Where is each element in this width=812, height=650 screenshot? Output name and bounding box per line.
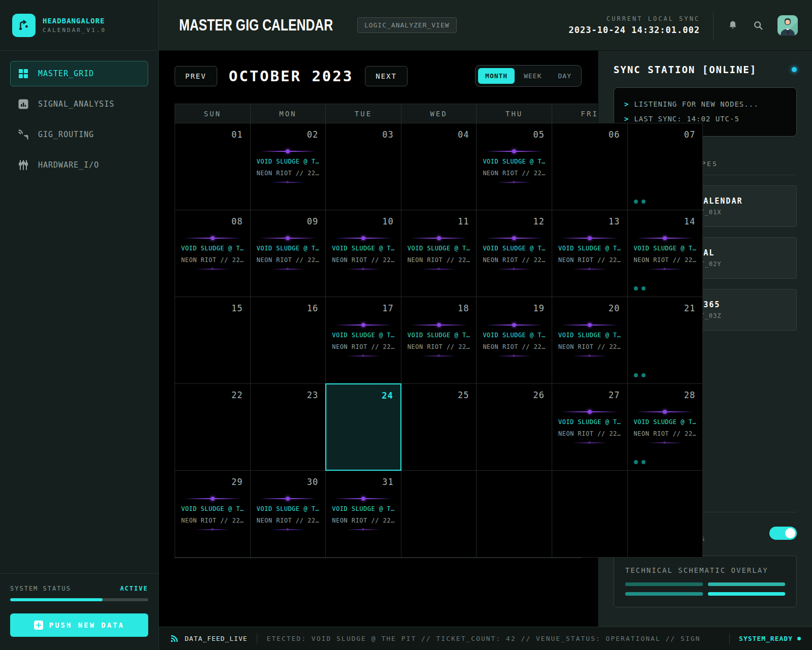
event-title: VOID SLUDGE @ T… [181,505,244,512]
event-block[interactable]: VOID SLUDGE @ T…NEON RIOT // 22… [408,324,470,356]
calendar-day-cell-04[interactable]: 04 [401,123,477,210]
event-block[interactable]: VOID SLUDGE @ T…NEON RIOT // 22… [483,324,546,356]
user-avatar[interactable] [777,15,798,36]
event-block[interactable]: VOID SLUDGE @ T…NEON RIOT // 22… [332,324,395,356]
calendar-day-cell-05[interactable]: 05VOID SLUDGE @ T…NEON RIOT // 22… [476,123,552,210]
event-block[interactable]: VOID SLUDGE @ T…NEON RIOT // 22… [408,238,470,270]
sidebar-item-signal-analysis[interactable]: SIGNAL_ANALYSIS [10,91,148,117]
event-subtitle: NEON RIOT // 22… [634,256,697,264]
signal-trace [260,151,317,152]
page-title: MASTER GIG CALENDAR [179,16,371,35]
event-subtitle: NEON RIOT // 22… [257,517,320,524]
calendar-day-cell-24[interactable]: 24 [325,383,401,471]
event-block[interactable]: VOID SLUDGE @ T…NEON RIOT // 22… [558,411,621,443]
sidebar-item-hardware-i-o[interactable]: HARDWARE_I/O [10,152,148,178]
push-new-data-button[interactable]: PUSH NEW DATA [10,613,148,637]
event-block[interactable]: VOID SLUDGE @ T…NEON RIOT // 22… [483,238,546,270]
event-title: VOID SLUDGE @ T… [332,245,395,252]
calendar-day-cell-02[interactable]: 02VOID SLUDGE @ T…NEON RIOT // 22… [250,123,326,210]
event-block[interactable]: VOID SLUDGE @ T…NEON RIOT // 22… [332,498,395,530]
calendar-day-cell-16[interactable]: 16 [250,297,326,384]
calendar-day-cell-31[interactable]: 31VOID SLUDGE @ T…NEON RIOT // 22… [325,470,401,558]
signal-trace-small [271,269,306,270]
system-status-row: SYSTEM STATUS ACTIVE [10,585,148,592]
calendar-day-cell-07[interactable]: 07 [627,123,703,210]
indicator-dot [641,460,646,464]
system-ready-status: SYSTEM_READY [739,635,793,642]
search-icon[interactable] [752,19,764,31]
calendar-day-cell-19[interactable]: 19VOID SLUDGE @ T…NEON RIOT // 22… [476,297,552,384]
calendar-day-cell-17[interactable]: 17VOID SLUDGE @ T…NEON RIOT // 22… [325,297,401,384]
calendar-day-cell-06[interactable]: 06 [552,123,628,210]
bell-icon[interactable] [727,19,739,31]
calendar-day-cell-21[interactable]: 21 [627,297,703,384]
event-block[interactable]: VOID SLUDGE @ T…NEON RIOT // 22… [483,151,546,183]
weekday-header-thu: THU [476,104,552,123]
calendar-controls: PREV OCTOBER 2023 NEXT MONTHWEEKDAY [175,65,582,87]
event-block[interactable]: VOID SLUDGE @ T…NEON RIOT // 22… [181,498,244,530]
route-icon [12,14,36,37]
calendar-day-cell-empty [401,470,477,558]
signal-trace [486,324,543,326]
event-block[interactable]: VOID SLUDGE @ T…NEON RIOT // 22… [332,238,395,270]
view-mode-month[interactable]: MONTH [478,68,515,84]
signal-trace [184,238,241,239]
calendar-day-cell-10[interactable]: 10VOID SLUDGE @ T…NEON RIOT // 22… [325,210,401,297]
calendar-day-cell-23[interactable]: 23 [250,383,326,471]
calendar-day-cell-15[interactable]: 15 [175,297,251,384]
calendar-day-cell-13[interactable]: 13VOID SLUDGE @ T…NEON RIOT // 22… [552,210,628,297]
brand: HEADBANGALORE CALENDAR_V1.0 [0,0,158,51]
weekday-header-mon: MON [250,104,326,123]
top-bar: MASTER GIG CALENDAR LOGIC_ANALYZER_VIEW … [159,0,812,51]
sidebar-item-label: MASTER_GRID [38,69,94,78]
sync-station-title: SYNC STATION [ONLINE] [614,64,757,75]
calendar-day-cell-08[interactable]: 08VOID SLUDGE @ T…NEON RIOT // 22… [175,210,251,297]
calendar-day-cell-01[interactable]: 01 [175,123,251,210]
sidebar-item-master-grid[interactable]: MASTER_GRID [10,61,148,86]
day-number: 02 [307,129,318,140]
calendar-day-cell-09[interactable]: 09VOID SLUDGE @ T…NEON RIOT // 22… [250,210,326,297]
event-block[interactable]: VOID SLUDGE @ T…NEON RIOT // 22… [257,151,320,183]
calendar-day-cell-14[interactable]: 14VOID SLUDGE @ T…NEON RIOT // 22… [627,210,703,297]
calendar-day-cell-empty [476,470,552,558]
calendar-day-cell-28[interactable]: 28VOID SLUDGE @ T…NEON RIOT // 22… [627,383,703,471]
event-title: VOID SLUDGE @ T… [332,332,395,339]
signal-trace [260,498,317,499]
event-block[interactable]: VOID SLUDGE @ T…NEON RIOT // 22… [634,411,697,443]
calendar-day-cell-29[interactable]: 29VOID SLUDGE @ T…NEON RIOT // 22… [175,470,251,558]
event-block[interactable]: VOID SLUDGE @ T…NEON RIOT // 22… [558,324,621,356]
prev-month-button[interactable]: PREV [175,66,217,86]
calendar-day-cell-22[interactable]: 22 [175,383,251,471]
event-block[interactable]: VOID SLUDGE @ T…NEON RIOT // 22… [257,238,320,270]
next-month-button[interactable]: NEXT [365,66,408,86]
brand-text: HEADBANGALORE CALENDAR_V1.0 [43,17,106,34]
day-number: 13 [608,216,620,226]
event-block[interactable]: VOID SLUDGE @ T…NEON RIOT // 22… [257,498,320,530]
signal-trace [561,324,618,326]
event-title: VOID SLUDGE @ T… [257,158,320,165]
prompt-icon: > [624,115,629,123]
view-mode-week[interactable]: WEEK [517,68,549,84]
calendar-day-cell-30[interactable]: 30VOID SLUDGE @ T…NEON RIOT // 22… [250,470,326,558]
sidebar-item-gig-routing[interactable]: GIG_ROUTING [10,122,148,147]
calendar-day-cell-27[interactable]: 27VOID SLUDGE @ T…NEON RIOT // 22… [552,383,628,471]
push-notif-toggle[interactable] [769,527,797,540]
calendar-day-cell-26[interactable]: 26 [476,383,552,471]
system-status-progress-fill [10,598,103,601]
indicator-dot [641,373,646,377]
footer-divider-right [729,633,730,644]
view-mode-day[interactable]: DAY [551,68,579,84]
day-number: 26 [533,390,544,400]
calendar-day-cell-25[interactable]: 25 [401,383,477,471]
calendar-day-cell-20[interactable]: 20VOID SLUDGE @ T…NEON RIOT // 22… [552,297,628,384]
calendar-day-cell-18[interactable]: 18VOID SLUDGE @ T…NEON RIOT // 22… [401,297,477,384]
calendar-day-cell-03[interactable]: 03 [325,123,401,210]
event-block[interactable]: VOID SLUDGE @ T…NEON RIOT // 22… [181,238,244,270]
calendar-day-cell-11[interactable]: 11VOID SLUDGE @ T…NEON RIOT // 22… [401,210,477,297]
day-number: 28 [684,390,695,400]
plus-icon [34,621,43,630]
event-subtitle: NEON RIOT // 22… [181,256,244,264]
event-block[interactable]: VOID SLUDGE @ T…NEON RIOT // 22… [558,238,621,270]
calendar-day-cell-12[interactable]: 12VOID SLUDGE @ T…NEON RIOT // 22… [476,210,552,297]
event-block[interactable]: VOID SLUDGE @ T…NEON RIOT // 22… [634,238,697,270]
